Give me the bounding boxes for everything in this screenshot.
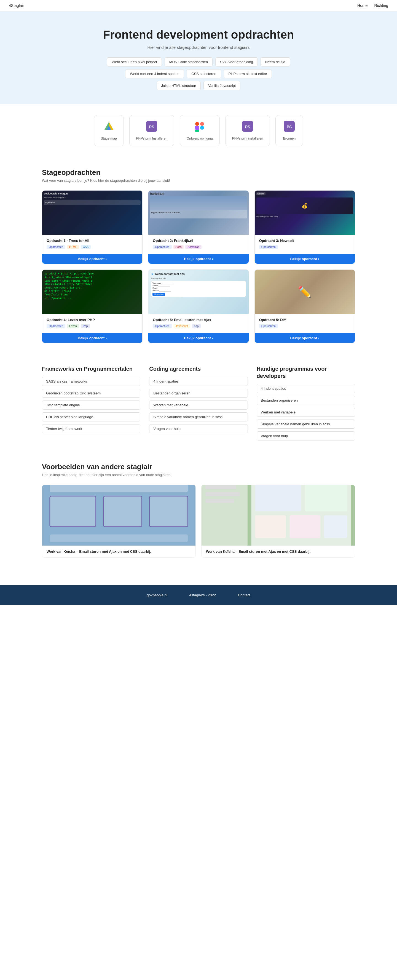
svg-rect-32 [305, 485, 347, 511]
tag-7: PHPstorm als text editor [224, 69, 272, 78]
badge-opdrachten-5: Opdrachten [153, 324, 172, 328]
card-4-btn[interactable]: Bekijk opdracht › [42, 333, 142, 343]
hp-item-2[interactable]: Bestanden organiseren [257, 396, 355, 405]
badge-opdrachten-2: Opdrachten [153, 245, 172, 249]
card-3-badges: Opdrachten [259, 245, 350, 249]
badge-opdrachten-4: Opdrachten [47, 324, 65, 328]
svg-rect-18 [103, 496, 142, 527]
tag-3: SVG voor afbeelding [215, 57, 258, 67]
nav-logo: 4Staglair [9, 3, 24, 8]
example-2-caption: Werk van Keïsha – Email sturen met Ajax … [202, 546, 355, 557]
badge-js: Javascript [173, 324, 190, 328]
footer: go2people.nl 4stagiairs - 2022 Contact [0, 585, 397, 605]
nav-richting[interactable]: Richting [374, 3, 388, 8]
phpstorm2-icon: PS [242, 121, 253, 134]
handige-col: Handige programmas voor developers 4 Ind… [257, 365, 355, 441]
bronnen-icon: PS [284, 121, 295, 134]
ca-item-2[interactable]: Bestanden organiseren [149, 389, 248, 398]
frameworks-title: Frameworks en Programmeertalen [42, 365, 140, 372]
frameworks-list: SASS als css frameworks Gebruiken bootst… [42, 377, 140, 433]
svg-rect-9 [195, 130, 199, 132]
fw-item-1[interactable]: SASS als css frameworks [42, 377, 140, 386]
card-2-btn[interactable]: Bekijk opdracht › [148, 254, 248, 264]
ca-item-5[interactable]: Vragen voor hulp [149, 424, 248, 433]
icon-cards-section: Stage map PS PHPstorm Installeren Ontwer… [0, 104, 397, 157]
card-6-img: ✏️ [255, 270, 355, 314]
icon-label-phpstorm2: PHPstorm installeren [232, 137, 263, 140]
card-6-btn[interactable]: Bekijk opdracht › [255, 333, 355, 343]
ca-item-4[interactable]: Simpele variabele namen gebruiken in scs… [149, 412, 248, 422]
navbar: 4Staglair Home Richting [0, 0, 397, 11]
icon-card-figma[interactable]: Ontwerp op figma [180, 115, 220, 146]
card-3-img: Newsbit 💰 Voormalig Goldman Sach... [255, 191, 355, 235]
icon-label-phpstorm1: PHPstorm Installeren [136, 137, 167, 140]
card-4-badges: Opdrachten Lezen Php [47, 324, 138, 328]
ca-item-1[interactable]: 4 Indent spaties [149, 377, 248, 386]
hp-item-4[interactable]: Simpele variabele namen gebruiken in scs… [257, 420, 355, 429]
hero-title: Frontend development opdrachten [11, 28, 386, 41]
hp-item-3[interactable]: Werken met variabele [257, 408, 355, 417]
footer-link-1[interactable]: go2people.nl [147, 593, 167, 597]
badge-scss: Scss [173, 245, 184, 249]
stagemap-icon [103, 121, 114, 134]
card-4-img: $product = $this->input->get('pro $start… [42, 270, 142, 314]
badge-bootstrap: Bootstrap [185, 245, 202, 249]
hero-tags: Werk secuur en pixel perfect MDN Code st… [102, 57, 295, 90]
handige-title: Handige programmas voor developers [257, 365, 355, 380]
card-5-title: Opdracht 5: Email sturen met Ajax [153, 318, 244, 322]
hp-item-1[interactable]: 4 Indent spaties [257, 384, 355, 393]
svg-rect-33 [255, 515, 286, 538]
badge-lezen: Lezen [67, 324, 79, 328]
nav-home[interactable]: Home [357, 3, 367, 8]
icon-card-phpstorm2[interactable]: PS PHPstorm installeren [225, 115, 270, 146]
card-5-btn[interactable]: Bekijk opdracht › [148, 333, 248, 343]
svg-rect-27 [205, 485, 236, 489]
icon-card-bronnen[interactable]: PS Bronnen [275, 115, 303, 146]
fw-item-3[interactable]: Twig template engine [42, 401, 140, 410]
svg-text:PS: PS [245, 125, 250, 129]
cards-grid: Veelgestelde vragen Wat voor van stagiai… [42, 190, 355, 343]
card-3: Newsbit 💰 Voormalig Goldman Sach... Opdr… [254, 190, 355, 264]
hero-section: Frontend development opdrachten Hier vin… [0, 11, 397, 104]
examples-grid: Werk van Keïsha – Email sturen met Ajax … [42, 485, 355, 558]
card-5-badges: Opdrachten Javascript php [153, 324, 244, 328]
hp-item-5[interactable]: Vragen voor hulp [257, 431, 355, 441]
example-card-1[interactable]: Werk van Keïsha – Email sturen met Ajax … [42, 485, 196, 558]
fw-item-5[interactable]: Timber twig framework [42, 424, 140, 433]
tag-2: MDN Code standaarden [165, 57, 213, 67]
card-3-btn[interactable]: Bekijk opdracht › [255, 254, 355, 264]
stageopdrachten-subtitle: Wat voor van stagiars ben je? Kies hier … [42, 178, 355, 183]
tag-4: Neem de tijd [260, 57, 290, 67]
svg-rect-16 [50, 496, 96, 527]
example-card-2[interactable]: Werk van Keïsha – Email sturen met Ajax … [201, 485, 355, 558]
ca-item-3[interactable]: Werken met variabele [149, 401, 248, 410]
coding-title: Coding agreements [149, 365, 248, 372]
fw-item-2[interactable]: Gebruiken bootstrap Grid systeem [42, 389, 140, 398]
card-1-badges: Opdrachten HTML CSS [47, 245, 138, 249]
hero-subtitle: Hier vind je alle stageopdrachten voor f… [11, 45, 386, 50]
card-1-title: Opdracht 1 - Trees for All [47, 239, 138, 243]
card-6-badges: Opdrachten [259, 324, 350, 328]
handige-list: 4 Indent spaties Bestanden organiseren W… [257, 384, 355, 441]
card-1: Veelgestelde vragen Wat voor van stagiai… [42, 190, 143, 264]
voorbeelden-section: Voorbeelden van andere stagiair Heb je i… [33, 452, 364, 569]
card-3-title: Opdracht 3: Newsbit [259, 239, 350, 243]
fw-item-4[interactable]: PHP als server side language [42, 412, 140, 422]
icon-label-stagemap: Stage map [101, 137, 117, 140]
card-1-img: Veelgestelde vragen Wat voor van stagiai… [42, 191, 142, 235]
card-6-title: Opdracht 5: DIY [259, 318, 350, 322]
card-1-btn[interactable]: Bekijk opdracht › [42, 254, 142, 264]
badge-opdrachten-6: Opdrachten [259, 324, 278, 328]
card-4-title: Opdracht 4: Lezen over PHP [47, 318, 138, 322]
icon-card-phpstorm1[interactable]: PS PHPstorm Installeren [129, 115, 174, 146]
example-1-img [42, 485, 195, 546]
icon-label-figma: Ontwerp op figma [187, 137, 213, 140]
card-2-img: frankrijk.nl Dippe steuren borde la Fanj… [148, 191, 248, 235]
tag-5: Werkt met een 4 indent spaties [125, 69, 184, 78]
footer-link-3[interactable]: Contact [238, 593, 250, 597]
icon-card-stagemap[interactable]: Stage map [94, 115, 124, 146]
stageopdrachten-title: Stageopdrachten [42, 168, 355, 177]
phpstorm1-icon: PS [146, 121, 157, 134]
svg-rect-31 [255, 485, 301, 511]
footer-link-2[interactable]: 4stagiairs - 2022 [189, 593, 216, 597]
